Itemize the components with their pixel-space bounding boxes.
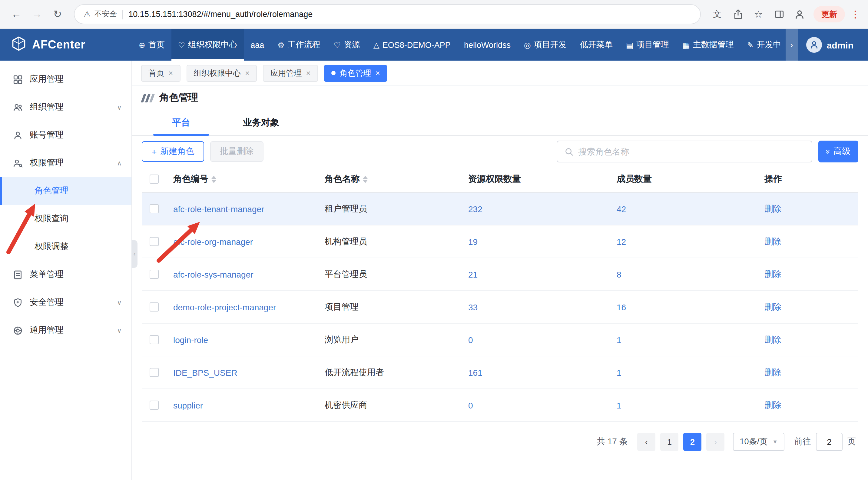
resource-count-link[interactable]: 161 <box>468 367 483 377</box>
tab-chip-role-management[interactable]: 角色管理 × <box>324 64 388 82</box>
sidebar-item-permission-management[interactable]: 权限管理 ∧ <box>0 149 131 177</box>
member-count-link[interactable]: 42 <box>617 204 626 214</box>
browser-back-icon[interactable]: ← <box>7 5 26 23</box>
delete-link[interactable]: 删除 <box>765 301 781 312</box>
delete-link[interactable]: 删除 <box>765 269 781 280</box>
nav-item-lowcode-menu[interactable]: 低开菜单 <box>573 29 619 61</box>
tab-business-object[interactable]: 业务对象 <box>221 110 301 135</box>
goto-page-input[interactable] <box>816 433 842 451</box>
role-id-link[interactable]: afc-role-sys-manager <box>173 269 253 279</box>
sidebar-item-permission-query[interactable]: 权限查询 <box>0 205 131 233</box>
batch-delete-button[interactable]: 批量删除 <box>210 141 264 162</box>
member-count-link[interactable]: 8 <box>617 269 621 279</box>
browser-reload-icon[interactable]: ↻ <box>49 5 67 23</box>
nav-item-eos8-demo-app[interactable]: △EOS8-DEMO-APP <box>367 29 457 61</box>
tab-chip-app-management[interactable]: 应用管理 × <box>263 64 318 82</box>
tab-chip-home[interactable]: 首页 × <box>141 64 180 82</box>
close-icon[interactable]: × <box>306 68 310 78</box>
tab-platform[interactable]: 平台 <box>141 110 221 135</box>
member-count-link[interactable]: 1 <box>617 400 621 410</box>
nav-scroll-right-icon[interactable]: › <box>786 29 798 61</box>
sidebar-item-account-management[interactable]: 账号管理 <box>0 121 131 149</box>
role-id-link[interactable]: afc-role-tenant-manager <box>173 204 264 214</box>
row-checkbox[interactable] <box>150 270 159 279</box>
close-icon[interactable]: × <box>245 68 250 78</box>
page-size-select[interactable]: 10条/页 ▼ <box>733 433 784 451</box>
row-checkbox[interactable] <box>150 400 159 410</box>
sidebar-item-app-management[interactable]: 应用管理 <box>0 65 131 93</box>
role-id-link[interactable]: demo-role-project-manager <box>173 302 276 312</box>
sidebar-item-permission-adjust[interactable]: 权限调整 <box>0 233 131 261</box>
row-checkbox[interactable] <box>150 204 159 213</box>
nav-item-workflow[interactable]: ⚙工作流程 <box>271 29 327 61</box>
sort-icons[interactable] <box>363 176 368 183</box>
share-icon[interactable] <box>729 5 747 23</box>
delete-link[interactable]: 删除 <box>765 400 781 411</box>
delete-link[interactable]: 删除 <box>765 334 781 345</box>
resource-count-link[interactable]: 21 <box>468 269 477 279</box>
sidebar-item-security-management[interactable]: 安全管理 ∨ <box>0 289 131 317</box>
role-id-link[interactable]: supplier <box>173 400 203 410</box>
role-id-link[interactable]: IDE_BPS_USER <box>173 367 238 377</box>
sidebar-item-general-management[interactable]: 通用管理 ∨ <box>0 317 131 344</box>
delete-link[interactable]: 删除 <box>765 203 781 214</box>
page-button-1[interactable]: 1 <box>660 433 679 451</box>
nav-item-resources[interactable]: ♡资源 <box>327 29 367 61</box>
delete-link[interactable]: 删除 <box>765 236 781 247</box>
resource-count-link[interactable]: 33 <box>468 302 477 312</box>
member-count-link[interactable]: 1 <box>617 335 621 344</box>
row-checkbox[interactable] <box>150 368 159 377</box>
security-chip[interactable]: ⚠ 不安全 <box>84 9 117 20</box>
column-header-role-name[interactable]: 角色名称 <box>325 173 468 185</box>
address-bar[interactable]: ⚠ 不安全 10.15.15.151:13082/#/menu_auth/rol… <box>74 4 701 24</box>
delete-link[interactable]: 删除 <box>765 367 781 378</box>
row-operations-cell: 删除 <box>765 236 858 247</box>
page-button-2[interactable]: 2 <box>684 433 702 451</box>
bookmark-star-icon[interactable]: ☆ <box>749 5 768 23</box>
row-checkbox[interactable] <box>150 302 159 311</box>
nav-item-org-permission-center[interactable]: ♡组织权限中心 <box>172 29 244 61</box>
sort-icons[interactable] <box>211 176 216 183</box>
table-row: login-role 浏览用户 0 1 删除 <box>142 324 858 356</box>
next-page-button[interactable]: › <box>707 433 725 451</box>
member-count-link[interactable]: 12 <box>617 237 626 246</box>
role-id-link[interactable]: login-role <box>173 335 208 344</box>
browser-menu-icon[interactable]: ⋮ <box>850 8 861 20</box>
nav-item-helloworldss[interactable]: helloWorldss <box>457 29 517 61</box>
resource-count-link[interactable]: 0 <box>468 400 473 410</box>
browser-forward-icon[interactable]: → <box>28 5 46 23</box>
advanced-button[interactable]: » 高级 <box>818 141 858 162</box>
browser-profile-icon[interactable] <box>790 5 809 23</box>
column-header-role-id[interactable]: 角色编号 <box>173 173 325 185</box>
resource-count-link[interactable]: 19 <box>468 237 477 246</box>
member-count-link[interactable]: 1 <box>617 367 621 377</box>
nav-item-project-mgmt[interactable]: ▤项目管理 <box>619 29 676 61</box>
sidebar-item-role-management[interactable]: 角色管理 <box>0 177 131 205</box>
sidebar-item-menu-management[interactable]: 菜单管理 <box>0 261 131 289</box>
nav-item-aaa[interactable]: aaa <box>244 29 271 61</box>
sidebar-item-label: 权限管理 <box>30 157 110 169</box>
nav-item-home[interactable]: ⊕首页 <box>132 29 172 61</box>
select-all-checkbox[interactable] <box>150 175 159 184</box>
nav-item-project-dev[interactable]: ◎项目开发 <box>517 29 573 61</box>
close-icon[interactable]: × <box>376 68 380 78</box>
sidebar-collapse-handle[interactable]: ‹ <box>131 240 137 268</box>
resource-count-link[interactable]: 0 <box>468 335 473 344</box>
search-input[interactable] <box>579 147 804 156</box>
nav-item-master-data[interactable]: ▦主数据管理 <box>676 29 741 61</box>
update-button[interactable]: 更新 <box>813 6 845 23</box>
role-id-link[interactable]: afc-role-org-manager <box>173 237 253 246</box>
row-checkbox[interactable] <box>150 237 159 246</box>
resource-count-link[interactable]: 232 <box>468 204 483 214</box>
new-role-button[interactable]: + 新建角色 <box>142 141 204 162</box>
split-view-icon[interactable] <box>770 5 788 23</box>
translate-icon[interactable]: 文 <box>708 5 726 23</box>
tab-chip-org-permission-center[interactable]: 组织权限中心 × <box>186 64 257 82</box>
row-checkbox[interactable] <box>150 335 159 344</box>
prev-page-button[interactable]: ‹ <box>638 433 656 451</box>
user-menu[interactable]: admin <box>798 29 868 61</box>
close-icon[interactable]: × <box>168 68 173 78</box>
nav-item-in-development[interactable]: ✎开发中 <box>741 29 786 61</box>
member-count-link[interactable]: 16 <box>617 302 626 312</box>
sidebar-item-org-management[interactable]: 组织管理 ∨ <box>0 93 131 121</box>
